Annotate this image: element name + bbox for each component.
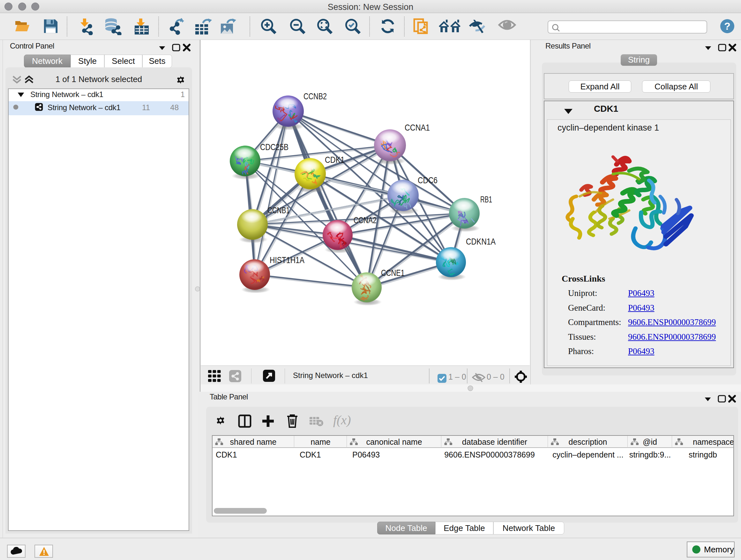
svg-text:CCNA1: CCNA1 [405,123,430,132]
svg-text:CCNA2: CCNA2 [354,215,377,225]
svg-text:CDC6: CDC6 [418,175,437,185]
svg-text:CDK1: CDK1 [325,155,345,165]
svg-text:CCNB2: CCNB2 [304,91,327,101]
svg-text:RB1: RB1 [480,194,492,204]
svg-text:HIST1H1A: HIST1H1A [270,255,305,265]
svg-text:CDC25B: CDC25B [260,142,288,152]
svg-text:CCNE1: CCNE1 [381,268,405,278]
svg-text:?: ? [724,20,731,32]
svg-text:CCNB1: CCNB1 [267,205,290,215]
svg-text:CDKN1A: CDKN1A [466,237,495,246]
